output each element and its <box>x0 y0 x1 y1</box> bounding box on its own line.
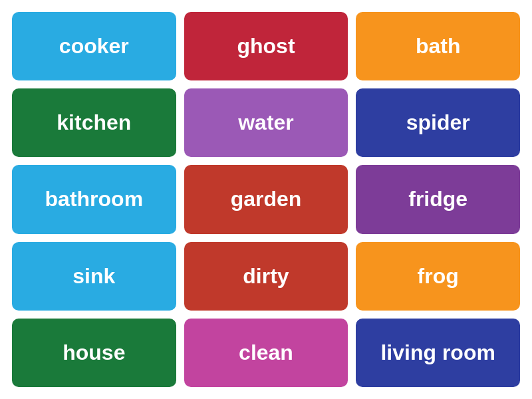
card-kitchen[interactable]: kitchen <box>12 88 176 157</box>
card-clean[interactable]: clean <box>184 319 348 387</box>
card-spider[interactable]: spider <box>356 88 520 157</box>
word-grid: cookerghostbathkitchenwaterspiderbathroo… <box>0 0 532 399</box>
card-label-dirty: dirty <box>237 261 294 291</box>
card-garden[interactable]: garden <box>184 165 348 233</box>
card-water[interactable]: water <box>184 88 348 157</box>
card-house[interactable]: house <box>12 319 176 387</box>
card-living-room[interactable]: living room <box>356 319 520 387</box>
card-label-bath: bath <box>410 31 466 61</box>
card-label-cooker: cooker <box>54 31 134 61</box>
card-bath[interactable]: bath <box>356 12 520 80</box>
card-label-ghost: ghost <box>231 31 300 61</box>
card-label-fridge: fridge <box>403 184 473 214</box>
card-ghost[interactable]: ghost <box>184 12 348 80</box>
card-dirty[interactable]: dirty <box>184 242 348 311</box>
card-label-garden: garden <box>225 184 307 214</box>
card-sink[interactable]: sink <box>12 242 176 311</box>
card-label-frog: frog <box>412 261 464 291</box>
card-cooker[interactable]: cooker <box>12 12 176 80</box>
card-label-living-room: living room <box>375 338 500 368</box>
card-label-house: house <box>57 338 130 368</box>
card-bathroom[interactable]: bathroom <box>12 165 176 233</box>
card-label-bathroom: bathroom <box>40 184 149 214</box>
card-frog[interactable]: frog <box>356 242 520 311</box>
card-label-clean: clean <box>233 338 299 368</box>
card-label-kitchen: kitchen <box>51 108 136 138</box>
card-label-water: water <box>233 108 299 138</box>
card-fridge[interactable]: fridge <box>356 165 520 233</box>
card-label-sink: sink <box>67 261 120 291</box>
card-label-spider: spider <box>401 108 475 138</box>
